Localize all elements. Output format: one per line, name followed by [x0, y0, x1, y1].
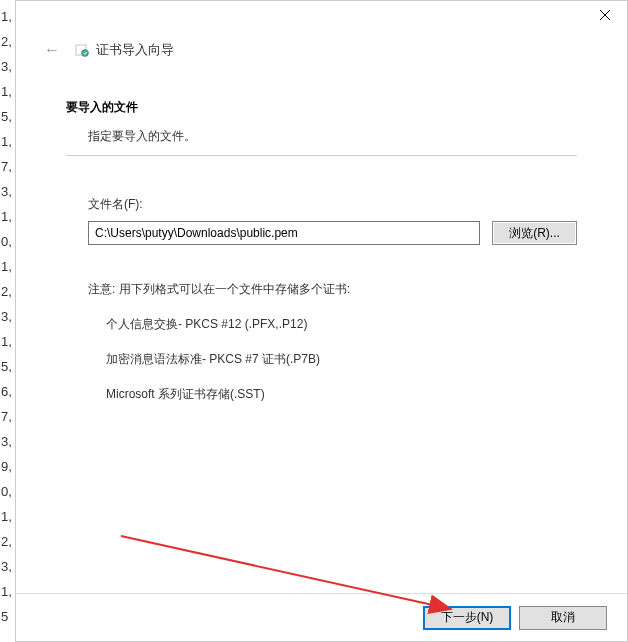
- background-line-numbers: 1,2,3,1,5,1,7,3,1,0,1,2,3,1,5,6,7,3,9,0,…: [0, 0, 15, 642]
- file-path-input[interactable]: [88, 221, 480, 245]
- note-text: 注意: 用下列格式可以在一个文件中存储多个证书:: [88, 281, 577, 298]
- svg-point-3: [82, 50, 89, 57]
- titlebar: [16, 1, 627, 31]
- file-label: 文件名(F):: [88, 196, 577, 213]
- certificate-wizard-icon: [74, 42, 90, 58]
- wizard-content: 要导入的文件 指定要导入的文件。 文件名(F): 浏览(R)... 注意: 用下…: [16, 79, 627, 403]
- format-item: 个人信息交换- PKCS #12 (.PFX,.P12): [106, 316, 577, 333]
- wizard-footer: 下一步(N) 取消: [16, 593, 627, 641]
- divider: [66, 155, 577, 156]
- file-section: 文件名(F): 浏览(R)...: [88, 196, 577, 245]
- section-title: 要导入的文件: [66, 99, 577, 116]
- next-button[interactable]: 下一步(N): [423, 606, 511, 630]
- format-item: 加密消息语法标准- PKCS #7 证书(.P7B): [106, 351, 577, 368]
- format-item: Microsoft 系列证书存储(.SST): [106, 386, 577, 403]
- close-button[interactable]: [582, 1, 627, 29]
- cancel-button[interactable]: 取消: [519, 606, 607, 630]
- wizard-title: 证书导入向导: [96, 41, 174, 59]
- close-icon: [600, 10, 610, 20]
- wizard-window: ← 证书导入向导 要导入的文件 指定要导入的文件。 文件名(F): 浏览(R).…: [15, 0, 628, 642]
- section-description: 指定要导入的文件。: [88, 128, 577, 145]
- wizard-header: ← 证书导入向导: [16, 31, 627, 79]
- format-list: 个人信息交换- PKCS #12 (.PFX,.P12) 加密消息语法标准- P…: [106, 316, 577, 403]
- browse-button[interactable]: 浏览(R)...: [492, 221, 577, 245]
- file-row: 浏览(R)...: [88, 221, 577, 245]
- back-arrow-icon[interactable]: ←: [44, 41, 60, 59]
